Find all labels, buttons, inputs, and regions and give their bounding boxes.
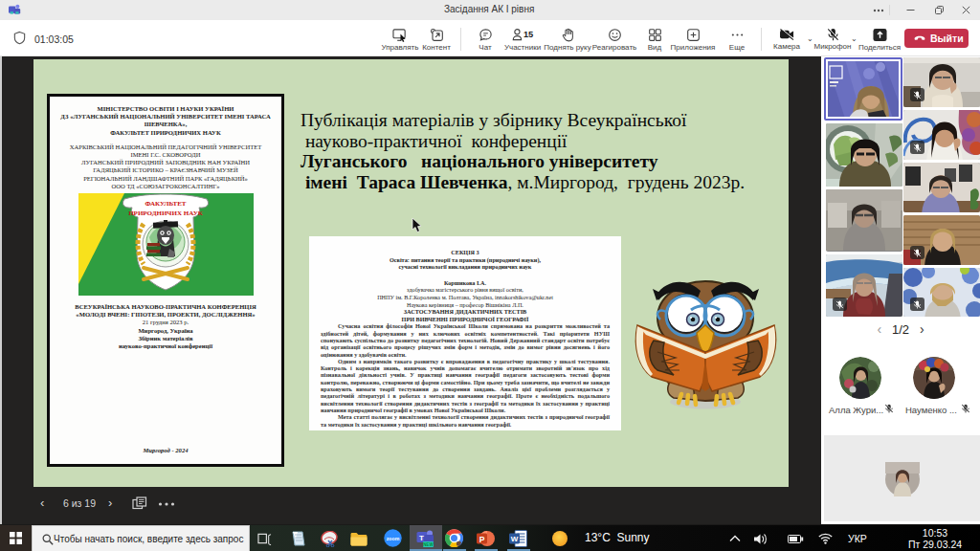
svg-text:zoom: zoom xyxy=(387,536,400,541)
svg-text:T: T xyxy=(419,534,424,542)
svg-text:NEW: NEW xyxy=(423,542,434,547)
svg-text:ФАКУЛЬТЕТ: ФАКУЛЬТЕТ xyxy=(145,200,186,208)
svg-text:15: 15 xyxy=(523,30,533,39)
svg-text:P: P xyxy=(479,535,485,544)
svg-text:ПРИРОДНИЧИХ НАУК: ПРИРОДНИЧИХ НАУК xyxy=(128,209,204,217)
svg-text:W: W xyxy=(511,535,519,543)
